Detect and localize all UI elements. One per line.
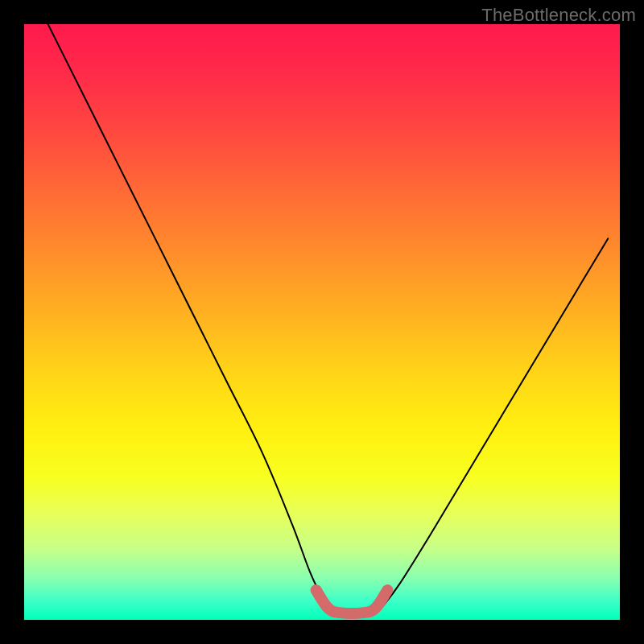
chart-svg: [24, 24, 620, 620]
curve-left-branch: [48, 24, 334, 608]
curve-right-branch: [382, 238, 608, 608]
curve-trough-highlight: [316, 590, 388, 613]
watermark-text: TheBottleneck.com: [481, 5, 636, 26]
chart-frame: TheBottleneck.com: [0, 0, 644, 644]
plot-area: [24, 24, 620, 620]
